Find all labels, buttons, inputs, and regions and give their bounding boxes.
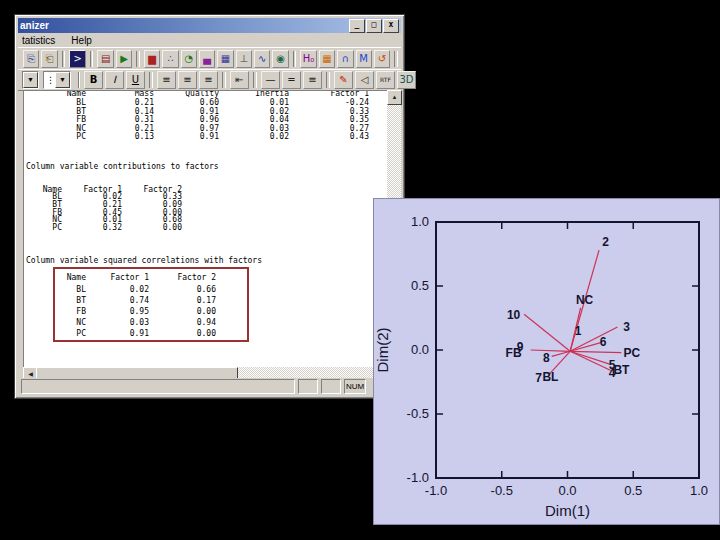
point-label: 6 xyxy=(600,335,607,349)
y-axis-label: Dim(2) xyxy=(374,328,391,373)
globe-icon[interactable]: ◉ xyxy=(272,50,288,68)
vector-line xyxy=(570,351,621,352)
column-header: Inertia xyxy=(219,90,289,98)
cell: 0.91 xyxy=(86,329,149,338)
toolbar-separator xyxy=(136,51,140,67)
indent-icon[interactable]: ⇤ xyxy=(230,71,249,89)
run-icon[interactable]: ▶ xyxy=(116,50,132,68)
toolbar-separator xyxy=(253,72,257,88)
chevron-down-icon[interactable]: ▼ xyxy=(55,72,70,88)
threed-icon[interactable]: 3D xyxy=(397,71,416,89)
hypothesis-icon[interactable]: H₀ xyxy=(300,50,316,68)
two-peaks-icon[interactable]: M xyxy=(356,50,372,68)
paste-icon[interactable]: ⎗ xyxy=(41,50,57,68)
column-header: Name xyxy=(36,90,86,98)
table-row: PC0.320.00 xyxy=(24,223,182,232)
align-center-icon[interactable]: ≡ xyxy=(178,71,197,89)
y-tick-label: -0.5 xyxy=(407,406,429,421)
restore-button[interactable]: □ xyxy=(366,19,382,33)
biplot-svg: -1.0-0.50.00.51.0-1.0-0.50.00.51.0Dim(1)… xyxy=(374,199,719,524)
point-label: 9 xyxy=(517,340,524,354)
point-label: PC xyxy=(624,346,641,360)
normal-curve-icon[interactable]: ∩ xyxy=(337,50,353,68)
column-header: Factor 1 xyxy=(86,273,149,282)
single-space-icon[interactable]: — xyxy=(261,71,280,89)
toolbar-separator xyxy=(90,51,94,67)
rtf-icon[interactable]: RTF xyxy=(376,71,395,89)
toolbar-separator xyxy=(293,51,297,67)
marker-icon[interactable]: ✎ xyxy=(334,71,353,89)
data-grid-icon[interactable]: ▦ xyxy=(319,50,335,68)
column-header: Factor 1 xyxy=(289,90,369,98)
histogram-icon[interactable]: ▄ xyxy=(199,50,215,68)
cell: 0.03 xyxy=(86,318,149,327)
cell: 0.17 xyxy=(149,296,216,305)
line-plot-icon[interactable]: ∿ xyxy=(254,50,270,68)
cell: 0.94 xyxy=(149,318,216,327)
point-label: 10 xyxy=(507,308,521,322)
reset-icon[interactable]: ↺ xyxy=(374,50,390,68)
column-header: Quality xyxy=(154,90,219,98)
point-label: 8 xyxy=(543,351,550,365)
font-size-combo[interactable]: ⋮▼ xyxy=(43,71,71,89)
column-header: Name xyxy=(48,273,86,282)
cell: FB xyxy=(48,307,86,316)
table-row: BL0.020.66 xyxy=(48,285,216,294)
status-pane-1 xyxy=(298,379,318,394)
align-left-icon[interactable]: ≡ xyxy=(157,71,176,89)
y-tick-label: 1.0 xyxy=(411,214,429,229)
x-axis-label: Dim(1) xyxy=(545,502,590,519)
toolbar-separator xyxy=(222,72,226,88)
align-right-icon[interactable]: ≡ xyxy=(199,71,218,89)
point-label: BL xyxy=(542,370,558,384)
bar-chart-icon[interactable]: ▆ xyxy=(144,50,160,68)
document-content: NameMassQualityInertiaFactor 1BL0.210.60… xyxy=(24,91,391,367)
toolbar-separator xyxy=(326,72,330,88)
one-half-space-icon[interactable]: = xyxy=(282,71,301,89)
y-tick-label: -1.0 xyxy=(407,470,429,485)
bold-button[interactable]: B xyxy=(84,71,103,89)
italic-button[interactable]: I xyxy=(105,71,124,89)
underline-button[interactable]: U xyxy=(126,71,145,89)
box-plot-icon[interactable]: ⊥ xyxy=(236,50,252,68)
vector-line xyxy=(524,314,570,351)
column-header: Factor 2 xyxy=(149,273,216,282)
table-row: PC0.910.00 xyxy=(48,329,216,338)
scatter-plot-icon[interactable]: ∴ xyxy=(162,50,178,68)
status-message-pane xyxy=(21,379,295,394)
status-pane-2 xyxy=(321,379,341,394)
title-bar[interactable]: anizer _ □ x xyxy=(18,18,401,33)
table-header-row: NameFactor 1Factor 2 xyxy=(48,273,216,282)
statistica-window: anizer _ □ x tatistics Help ⎘⎗>▤▶▆∴◔▄▦⊥∿… xyxy=(14,14,405,399)
pie-chart-icon[interactable]: ◔ xyxy=(181,50,197,68)
menu-help[interactable]: Help xyxy=(69,35,94,46)
console-icon[interactable]: > xyxy=(69,50,85,68)
double-space-icon[interactable]: ≡ xyxy=(303,71,322,89)
matrix-plot-icon[interactable]: ▦ xyxy=(217,50,233,68)
copy-icon[interactable]: ⎘ xyxy=(23,50,39,68)
x-tick-label: 0.5 xyxy=(624,483,642,498)
vector-line xyxy=(570,351,609,364)
output-document[interactable]: NameMassQualityInertiaFactor 1BL0.210.60… xyxy=(23,90,392,368)
vector-line xyxy=(570,351,611,370)
cell: 0.13 xyxy=(86,132,154,141)
cell: 0.66 xyxy=(149,285,216,294)
chevron-down-icon[interactable]: ▼ xyxy=(23,72,38,88)
point-label: 1 xyxy=(575,324,582,338)
output-window-icon[interactable]: ▤ xyxy=(97,50,113,68)
cell: 0.00 xyxy=(149,307,216,316)
speaker-icon[interactable]: ◁ xyxy=(355,71,374,89)
table-row: PC0.130.910.020.43 xyxy=(36,132,369,141)
font-combo[interactable]: ▼ xyxy=(22,71,39,89)
minimize-button[interactable]: _ xyxy=(349,19,365,33)
x-tick-label: 1.0 xyxy=(690,483,708,498)
cell: 0.95 xyxy=(86,307,149,316)
x-tick-label: -1.0 xyxy=(425,483,447,498)
toolbar-separator xyxy=(394,51,398,67)
biplot-panel: -1.0-0.50.00.51.0-1.0-0.50.00.51.0Dim(1)… xyxy=(373,198,720,525)
menu-statistics[interactable]: tatistics xyxy=(20,35,57,46)
table-row: FB0.950.00 xyxy=(48,307,216,316)
cell: 0.00 xyxy=(149,329,216,338)
scroll-up-icon[interactable]: ▲ xyxy=(387,90,402,105)
close-button[interactable]: x xyxy=(383,19,399,33)
